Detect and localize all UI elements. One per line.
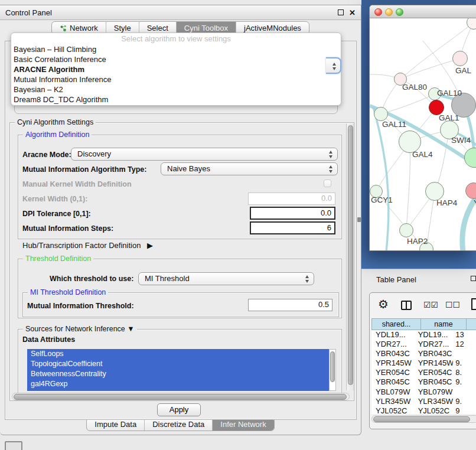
node-label-gal4: GAL4 — [412, 150, 433, 159]
zoom-traffic-light[interactable] — [396, 8, 403, 16]
apply-button[interactable]: Apply — [157, 403, 201, 416]
network-node-gal[interactable] — [452, 51, 468, 66]
settings-hscroll-thumb[interactable] — [14, 394, 347, 400]
table-cell: YLR345W — [414, 397, 454, 406]
close-traffic-light[interactable] — [374, 8, 382, 16]
table-row[interactable]: YJL052CYJL052C9 — [371, 406, 476, 414]
table-cell: 9. — [453, 377, 476, 387]
network-view-window: GALGAL80GAL10GAL1SWI4GAL11GAL4GCY1HAP4YH… — [369, 5, 476, 251]
table-cell: YDL19... — [371, 330, 414, 340]
kernel-width-field[interactable]: 0.0 — [248, 193, 335, 205]
panel-divider-grip[interactable] — [357, 217, 361, 222]
table-cell — [453, 387, 476, 397]
network-node-gal11[interactable] — [374, 107, 388, 121]
network-node-hap2[interactable] — [399, 223, 413, 237]
attribute-item-selfloops[interactable]: SelfLoops — [27, 349, 329, 359]
table-rows: YDL19...YDL19...13YDR27...YDR27...12YBR0… — [371, 330, 476, 414]
settings-vertical-scrollbar[interactable] — [346, 123, 354, 390]
table-cell: YBR043C — [414, 349, 454, 358]
table-row[interactable]: YBR043CYBR043C — [371, 349, 476, 358]
mi-type-select[interactable]: Naive Bayes — [161, 162, 338, 175]
table-cell: YJL052C — [371, 406, 414, 414]
which-threshold-value: MI Threshold — [145, 274, 190, 283]
stepper-arrows-icon — [329, 165, 333, 174]
stepper-arrows-icon — [329, 151, 333, 159]
algorithm-option-mutual-information-inference[interactable]: Mutual Information Inference — [11, 74, 341, 84]
kernel-width-label: Kernel Width (0,1): — [22, 195, 87, 203]
minimized-panel-icon[interactable] — [5, 441, 22, 450]
dpi-tolerance-field[interactable]: 0.0 — [250, 207, 335, 220]
gear-icon[interactable]: ⚙ — [378, 298, 389, 310]
tab-discretize-data[interactable]: Discretize Data — [145, 418, 213, 431]
settings-horizontal-scrollbar[interactable] — [12, 393, 350, 400]
sources-title-text: Sources for Network Inference — [25, 325, 125, 333]
algorithm-option-bayesian-hill-climbing[interactable]: Bayesian – Hill Climbing — [11, 44, 341, 54]
mi-threshold-field[interactable]: 0.5 — [248, 299, 332, 311]
node-label-gal80: GAL80 — [402, 83, 427, 92]
sources-group-title[interactable]: Sources for Network Inference ▼ — [23, 325, 137, 333]
table-hscroll-thumb[interactable] — [373, 416, 470, 422]
table-cell: YBL079W — [371, 387, 414, 397]
node-label-gal1: GAL1 — [439, 113, 459, 122]
table-cell: 9. — [453, 358, 476, 368]
aracne-mode-value: Discovery — [77, 149, 111, 158]
table-row[interactable]: YDL19...YDL19...13 — [371, 330, 476, 340]
attributes-list-scrollbar[interactable] — [329, 349, 336, 391]
tab-impute-data[interactable]: Impute Data — [87, 418, 145, 431]
cyni-settings-group-title: Cyni Algorithm Settings — [15, 118, 96, 126]
table-row[interactable]: YBR045CYBR045C9. — [371, 377, 476, 387]
close-icon[interactable]: ✕ — [349, 8, 356, 17]
column-header-name[interactable]: name — [420, 318, 467, 330]
network-canvas[interactable]: GALGAL80GAL10GAL1SWI4GAL11GAL4GCY1HAP4YH… — [370, 18, 476, 251]
table-row[interactable]: YDR27...YDR27...12 — [371, 340, 476, 349]
manual-kernel-checkbox[interactable] — [324, 180, 331, 187]
table-cell: YER054C — [414, 368, 454, 377]
table-cell: YBL079W — [414, 387, 454, 397]
table-cell: YBR043C — [371, 349, 414, 358]
algorithm-dropdown-popup: Select algorithm to view settings Bayesi… — [11, 32, 341, 106]
algorithm-option-bayesian-k2[interactable]: Bayesian – K2 — [11, 84, 341, 94]
aracne-mode-select[interactable]: Discovery — [71, 148, 338, 161]
column-header-shared[interactable]: shared... — [371, 318, 421, 330]
table-cell: 8. — [453, 368, 476, 377]
deselect-all-checkboxes-icon[interactable]: ☐☐ — [445, 300, 460, 309]
table-row[interactable]: YLR345WYLR345W9. — [371, 397, 476, 406]
algorithm-option-basic-correlation-inference[interactable]: Basic Correlation Inference — [11, 54, 341, 64]
aracne-mode-label: Aracne Mode: — [22, 151, 71, 159]
table-cell: YBR045C — [414, 377, 454, 387]
float-window-icon[interactable] — [338, 9, 344, 15]
table-cell: YJL052C — [414, 406, 454, 414]
mi-steps-field[interactable]: 6 — [250, 221, 335, 234]
attributes-scroll-thumb[interactable] — [330, 351, 335, 382]
mi-type-label: Mutual Information Algorithm Type: — [22, 165, 146, 174]
network-window-titlebar[interactable] — [370, 5, 476, 18]
new-table-icon[interactable] — [471, 298, 476, 310]
data-attributes-list[interactable]: SelfLoopsTopologicalCoefficientBetweenne… — [27, 349, 329, 391]
mi-steps-label: Mutual Information Steps: — [22, 224, 113, 233]
minimize-traffic-light[interactable] — [385, 8, 393, 16]
settings-vscroll-thumb[interactable] — [348, 125, 353, 385]
table-cell: 9. — [453, 397, 476, 406]
attribute-item-betweennesscentrality[interactable]: BetweennessCentrality — [27, 369, 329, 379]
column-header-2[interactable] — [466, 318, 476, 330]
table-row[interactable]: YPR145WYPR145W9. — [371, 358, 476, 368]
columns-icon[interactable] — [401, 301, 412, 310]
attribute-item-topologicalcoefficient[interactable]: TopologicalCoefficient — [27, 359, 329, 369]
node-label-hap2: HAP2 — [407, 237, 428, 246]
expand-right-icon: ▶ — [147, 241, 153, 250]
tab-infer-network[interactable]: Infer Network — [213, 418, 273, 431]
node-label-gal11: GAL11 — [382, 120, 406, 129]
algorithm-option-dream8-dc-tdc-algorithm[interactable]: Dream8 DC_TDC Algorithm — [11, 94, 341, 105]
select-all-checkboxes-icon[interactable]: ☑☑ — [423, 300, 438, 309]
collapse-down-icon: ▼ — [127, 325, 134, 333]
table-panel-float-icon[interactable] — [471, 276, 476, 281]
which-threshold-select[interactable]: MI Threshold — [138, 272, 314, 285]
node-label-gcy1: GCY1 — [371, 195, 393, 204]
hub-definition-expander[interactable]: Hub/Transcription Factor Definition ▶ — [22, 241, 153, 250]
algorithm-option-aracne-algorithm[interactable]: ARACNE Algorithm — [11, 64, 341, 74]
table-row[interactable]: YER054CYER054C8. — [371, 368, 476, 377]
table-horizontal-scrollbar[interactable] — [371, 415, 476, 423]
dpi-tolerance-label: DPI Tolerance [0,1]: — [22, 210, 91, 218]
table-row[interactable]: YBL079WYBL079W — [371, 387, 476, 397]
attribute-item-gal4rgexp[interactable]: gal4RGexp — [27, 379, 329, 389]
